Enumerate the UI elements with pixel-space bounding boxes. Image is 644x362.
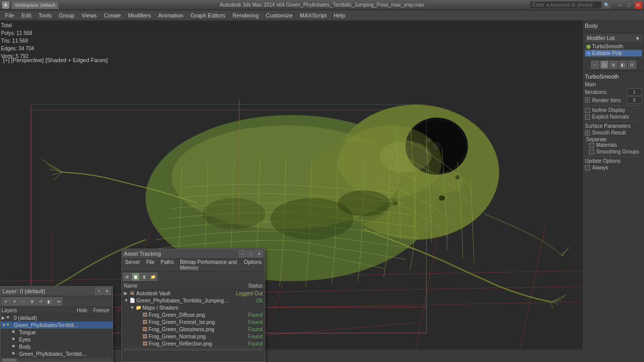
menu-views[interactable]: Views xyxy=(79,11,100,20)
asset-row-reflection[interactable]: 🖼 Frog_Green_Reflection.png Found xyxy=(122,340,265,347)
search-icon[interactable]: 🔍 xyxy=(603,2,610,9)
ts-isoline-checkbox[interactable] xyxy=(585,108,590,113)
menu-animation[interactable]: Animation xyxy=(155,11,187,20)
layer-tool-split[interactable]: ◧ xyxy=(45,297,53,306)
menu-edit[interactable]: Edit xyxy=(19,11,34,20)
asset-menu-server[interactable]: Server xyxy=(123,259,142,271)
layer-scrollbar-thumb[interactable] xyxy=(2,358,17,361)
layer-row-eyes[interactable]: ◆ Eyes xyxy=(1,336,113,343)
asset-vault-icon: 🏛 xyxy=(129,290,135,296)
asset-vault-status: Logged Out xyxy=(232,291,263,296)
vp-ctrl-2[interactable]: ◫ xyxy=(600,61,609,69)
menu-modifiers[interactable]: Modifiers xyxy=(125,11,154,20)
layer-scrollbar-track[interactable] xyxy=(2,358,112,361)
layer-name-3: Tongue xyxy=(19,330,112,335)
ts-smooth-checkbox[interactable] xyxy=(585,130,590,136)
close-button[interactable]: ✕ xyxy=(635,2,642,9)
layer-tool-refresh[interactable]: ↺ xyxy=(36,297,45,306)
asset-panel: Asset Tracking ─ □ ✕ Server File Paths B… xyxy=(121,249,265,362)
ts-smooth-row: Smooth Result xyxy=(585,130,642,136)
layer-row-green[interactable]: ▼ ■ Green_PhyllobatesTerribili... xyxy=(1,321,113,329)
asset-row-glossiness[interactable]: 🖼 Frog_Green_Glossiness.png Found xyxy=(122,326,265,333)
asset-tool-2[interactable]: 📋 xyxy=(132,273,140,281)
asset-close-button[interactable]: ✕ xyxy=(255,250,263,257)
ts-materials-checkbox[interactable] xyxy=(589,143,594,148)
asset-col-status-header: Status xyxy=(232,283,263,289)
menu-help[interactable]: Help xyxy=(330,11,348,20)
layer-scrollbar[interactable] xyxy=(1,357,113,361)
layer-tool-x2[interactable]: ✕ xyxy=(10,297,19,306)
modifier-icon xyxy=(586,45,591,49)
vp-ctrl-3[interactable]: ⊞ xyxy=(610,61,618,69)
ts-explicit-checkbox[interactable] xyxy=(585,115,590,120)
layer-row-body[interactable]: ◆ Body xyxy=(1,343,113,350)
minimize-button[interactable]: ─ xyxy=(616,2,623,9)
layer-list: ▶ ■ 0 (default) ▼ ■ Green_PhyllobatesTer… xyxy=(1,314,113,357)
vp-ctrl-1[interactable]: ─ xyxy=(591,61,599,69)
layer-col-name-header: Layers xyxy=(2,308,73,313)
asset-row-fresnel[interactable]: 🖼 Frog_Green_Fresnel_Ior.png Found xyxy=(122,318,265,326)
asset-columns: Name Status xyxy=(122,282,265,290)
vp-ctrl-5[interactable]: ⊡ xyxy=(628,61,636,69)
asset-row-main-file[interactable]: ▼ 📄 Green_Phyllobates_Terribilis_Jumping… xyxy=(122,297,265,304)
stats-total-label: Total xyxy=(1,22,34,29)
ts-always-checkbox[interactable] xyxy=(585,165,590,170)
asset-hscroll-track[interactable] xyxy=(123,348,264,351)
asset-row-diffuse[interactable]: 🖼 Frog_Green_Diffuse.png Found xyxy=(122,311,265,318)
layer-tool-add[interactable]: ⊞ xyxy=(28,297,36,306)
layer-tool-tab[interactable]: ⇥ xyxy=(54,297,62,306)
asset-menu-options[interactable]: Options xyxy=(242,259,264,271)
menu-maxscript[interactable]: MAXScript xyxy=(297,11,329,20)
menu-customize[interactable]: Customize xyxy=(263,11,296,20)
menu-group[interactable]: Group xyxy=(56,11,78,20)
asset-tool-3[interactable]: 🗑 xyxy=(140,273,149,281)
modifier-turbosmooth[interactable]: TurboSmooth xyxy=(585,43,642,50)
layer-panel-question[interactable]: ? xyxy=(95,288,102,295)
asset-menu-paths[interactable]: Paths xyxy=(159,259,176,271)
asset-tool-1[interactable]: ⊞ xyxy=(123,273,131,281)
layer-panel-close[interactable]: ✕ xyxy=(103,288,111,295)
asset-menu-file[interactable]: File xyxy=(144,259,156,271)
asset-row-maps[interactable]: ▼ 📁 Maps / Shaders xyxy=(122,304,265,311)
layer-row-green2[interactable]: ◆ Green_Phyllobates_Terribili... xyxy=(1,350,113,357)
asset-panel-header: Asset Tracking ─ □ ✕ xyxy=(122,249,265,259)
layer-row-0-default[interactable]: ▶ ■ 0 (default) xyxy=(1,314,113,321)
asset-reflect-status: Found xyxy=(232,341,263,347)
layer-icon-2: ■ xyxy=(7,322,13,328)
ts-iterations-input[interactable] xyxy=(627,88,642,96)
asset-tool-4[interactable]: 📁 xyxy=(149,273,157,281)
ts-render-iters-checkbox[interactable] xyxy=(585,98,590,103)
maximize-button[interactable]: □ xyxy=(625,2,633,9)
modifier-editable-poly[interactable]: Editable Poly xyxy=(585,50,642,56)
menu-tools[interactable]: Tools xyxy=(35,11,55,20)
menu-file[interactable]: File xyxy=(2,11,17,20)
asset-row-vault[interactable]: ▶ 🏛 Autodesk Vault Logged Out xyxy=(122,290,265,297)
asset-row-normal[interactable]: 🖼 Frog_Green_Normal.png Found xyxy=(122,333,265,340)
layer-tool-x1[interactable]: ✕ xyxy=(2,297,10,306)
layer-name-6: Green_Phyllobates_Terribili... xyxy=(19,351,112,357)
asset-main-status: Ok xyxy=(232,298,263,303)
layer-tool-new[interactable]: □ xyxy=(19,297,27,306)
svg-point-29 xyxy=(439,196,445,201)
search-input[interactable] xyxy=(530,1,602,9)
menu-create[interactable]: Create xyxy=(101,11,124,20)
asset-scrollbar[interactable] xyxy=(122,347,265,351)
ts-render-iters-input[interactable] xyxy=(627,97,642,104)
menu-graph-editors[interactable]: Graph Editors xyxy=(188,11,229,20)
asset-minimize-button[interactable]: ─ xyxy=(239,250,246,257)
layer-row-tongue[interactable]: ◆ Tongue xyxy=(1,329,113,336)
asset-vault-name: Autodesk Vault xyxy=(136,291,232,296)
ts-smoothing-checkbox[interactable] xyxy=(589,149,594,155)
ts-always-label: Always xyxy=(592,165,609,170)
asset-menu-bitmap[interactable]: Bitmap Performance and Memory xyxy=(178,259,240,271)
workspace-tab[interactable]: Workspace: Default xyxy=(11,1,59,9)
svg-point-25 xyxy=(203,198,265,230)
layer-icon: ■ xyxy=(7,315,13,321)
asset-diffuse-icon: 🖼 xyxy=(141,312,148,318)
modifier-list-header: Modifier List ▼ xyxy=(585,34,642,42)
modifier-dropdown-arrow[interactable]: ▼ xyxy=(635,36,640,41)
vp-ctrl-4[interactable]: ◧ xyxy=(619,61,627,69)
asset-restore-button[interactable]: □ xyxy=(247,250,254,257)
layer-name: 0 (default) xyxy=(14,315,112,321)
menu-rendering[interactable]: Rendering xyxy=(230,11,262,20)
